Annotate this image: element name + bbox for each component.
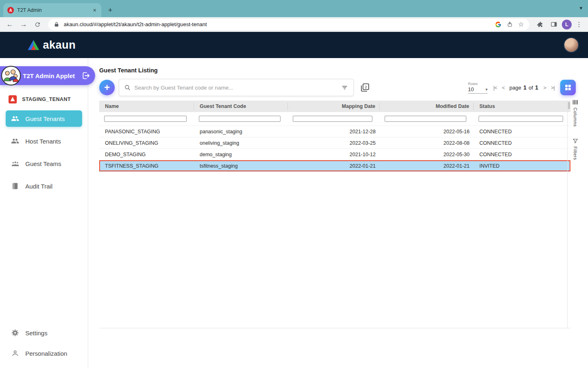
page-total: 1: [535, 84, 538, 91]
table-scrollbar-thumb[interactable]: [568, 102, 570, 109]
multi-select-pages-icon[interactable]: 2: [360, 83, 370, 92]
applet-banner[interactable]: T2T Admin Applet: [0, 66, 95, 85]
filter-modified-date-input[interactable]: [385, 116, 466, 122]
column-header-name[interactable]: Name: [99, 103, 194, 110]
cell-name: TSFITNESS_STAGING: [99, 163, 194, 169]
table-row[interactable]: PANASONIC_STAGING panasonic_staging 2021…: [99, 126, 570, 137]
cell-code: oneliving_staging: [194, 140, 288, 146]
sidebar: T2T Admin Applet STAGING_TENANT Guest T: [0, 58, 88, 368]
applet-sticker-icon: [1, 65, 21, 86]
sidebar-item-label: Guest Teams: [25, 160, 61, 167]
filters-tab-label: Filters: [573, 146, 578, 160]
filter-guest-tenant-code-input[interactable]: [199, 116, 281, 122]
table-row-selected[interactable]: TSFITNESS_STAGING tsfitness_staging 2022…: [99, 160, 570, 172]
groups-icon: [11, 159, 20, 168]
browser-window: A T2T Admin × + ▾ ← → akaun.cloud/#/appl…: [0, 0, 588, 368]
rows-per-page-select[interactable]: Rows 10 ▾: [468, 81, 488, 94]
grid-view-button[interactable]: [560, 80, 576, 95]
cell-mapping-date: 2022-01-21: [288, 163, 380, 169]
favicon-letter: A: [9, 8, 12, 13]
people-icon: [11, 137, 20, 145]
cell-code: panasonic_staging: [194, 129, 288, 135]
sidebar-item-host-tenants[interactable]: Host Tenants: [6, 133, 82, 149]
tab-search-chevron-icon[interactable]: ▾: [579, 5, 582, 11]
column-header-mapping-date[interactable]: Mapping Date: [288, 103, 380, 110]
tab-title: T2T Admin: [17, 7, 89, 13]
url-bar[interactable]: akaun.cloud/#/applet/t2t/akaun/t2t-admin…: [48, 19, 529, 30]
table-row[interactable]: DEMO_STAGING demo_staging 2021-10-12 202…: [99, 149, 570, 160]
forward-button[interactable]: →: [18, 19, 29, 30]
book-icon: [11, 182, 20, 190]
browser-profile-avatar[interactable]: L: [562, 20, 572, 29]
rows-value: 10: [468, 86, 474, 92]
tenant-logo-icon: [8, 95, 17, 104]
cell-status: CONNECTED: [474, 129, 570, 135]
rows-label: Rows: [468, 81, 488, 86]
cell-mapping-date: 2021-12-28: [288, 129, 380, 135]
cell-mapping-date: 2022-03-25: [288, 140, 380, 146]
sidebar-item-guest-tenants[interactable]: Guest Tenants: [6, 110, 82, 127]
search-box: [119, 79, 354, 96]
browser-address-bar: ← → akaun.cloud/#/applet/t2t/akaun/t2t-a…: [0, 17, 588, 32]
sidebar-item-audit-trail[interactable]: Audit Trail: [6, 178, 82, 194]
column-header-modified-date[interactable]: Modified Date: [380, 103, 474, 110]
sidebar-item-label: Host Tenants: [25, 138, 61, 145]
search-input[interactable]: [134, 85, 338, 91]
reload-button[interactable]: [32, 19, 43, 30]
lock-icon[interactable]: [52, 20, 60, 29]
filter-list-icon[interactable]: [341, 84, 348, 91]
pagination-next-button[interactable]: >: [543, 85, 546, 91]
url-text: akaun.cloud/#/applet/t2t/akaun/t2t-admin…: [64, 21, 491, 27]
sidebar-item-label: Settings: [25, 330, 47, 337]
toolbar: + 2 Rows 10: [99, 79, 576, 96]
pages-icon-number: 2: [365, 85, 367, 89]
new-tab-button[interactable]: +: [105, 4, 116, 16]
pagination-first-button[interactable]: |<: [493, 85, 497, 91]
pagination-prev-button[interactable]: <: [502, 85, 505, 91]
filter-name-input[interactable]: [104, 116, 187, 122]
back-button[interactable]: ←: [4, 19, 16, 30]
gear-icon: [11, 329, 20, 337]
filter-status-input[interactable]: [479, 116, 563, 122]
pagination-last-button[interactable]: >|: [551, 85, 555, 91]
cell-status: CONNECTED: [474, 152, 570, 157]
google-g-icon[interactable]: [494, 20, 502, 29]
exit-applet-icon[interactable]: [81, 71, 90, 80]
tenant-name: STAGING_TENANT: [22, 96, 71, 102]
column-header-guest-tenant-code[interactable]: Guest Tenant Code: [194, 103, 288, 110]
sidebar-item-label: Guest Tenants: [25, 115, 65, 122]
table-scrollbar: [567, 101, 570, 328]
share-icon[interactable]: [506, 20, 514, 29]
people-icon: [11, 114, 20, 123]
side-panel-icon[interactable]: [548, 19, 559, 30]
bookmark-star-icon[interactable]: ☆: [517, 20, 525, 29]
filter-mapping-date-input[interactable]: [293, 116, 372, 122]
add-guest-tenant-button[interactable]: +: [99, 80, 115, 95]
tab-close-icon[interactable]: ×: [92, 7, 97, 13]
logo-text: akaun: [43, 39, 76, 52]
cell-name: ONELIVING_STAGING: [99, 140, 194, 146]
sidebar-item-guest-teams[interactable]: Guest Teams: [6, 155, 82, 172]
column-header-status[interactable]: Status: [474, 103, 570, 110]
applet-title: T2T Admin Applet: [23, 72, 75, 79]
cell-code: tsfitness_staging: [194, 163, 288, 169]
app-header: akaun: [0, 32, 588, 58]
sidebar-item-personalization[interactable]: Personalization: [6, 345, 82, 361]
filters-panel-tab[interactable]: Filters: [572, 138, 578, 160]
browser-tab[interactable]: A T2T Admin ×: [3, 3, 101, 17]
table-row[interactable]: ONELIVING_STAGING oneliving_staging 2022…: [99, 137, 570, 149]
sidebar-item-settings[interactable]: Settings: [6, 325, 82, 341]
columns-panel-tab[interactable]: Columns: [572, 99, 578, 127]
page-body: T2T Admin Applet STAGING_TENANT Guest T: [0, 58, 588, 368]
sidebar-nav: Guest Tenants Host Tenants Guest Teams: [0, 110, 88, 194]
page-word: page: [510, 85, 521, 91]
browser-tab-strip: A T2T Admin × + ▾: [0, 0, 588, 17]
cell-modified-date: 2022-08-08: [380, 140, 474, 146]
cell-modified-date: 2022-01-21: [380, 163, 474, 169]
akaun-logo: akaun: [27, 39, 76, 52]
user-avatar[interactable]: [564, 37, 579, 53]
extensions-puzzle-icon[interactable]: [534, 19, 546, 30]
tenant-selector[interactable]: STAGING_TENANT: [0, 94, 88, 105]
browser-menu-dots-icon[interactable]: ⋮: [574, 20, 584, 28]
akaun-triangle-icon: [27, 39, 40, 51]
